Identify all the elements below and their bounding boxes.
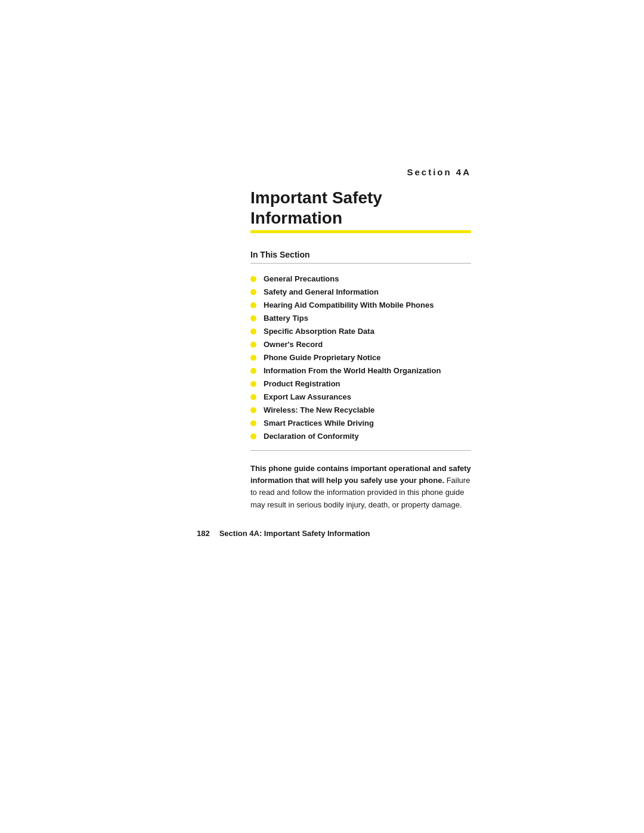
page: Section 4A Important Safety Information … [0, 0, 644, 833]
bullet-icon [250, 276, 256, 282]
bullet-icon [250, 394, 256, 400]
toc-item-label: Owner's Record [264, 340, 323, 349]
bullet-icon [250, 407, 256, 413]
toc-item-label: Information From the World Health Organi… [264, 366, 441, 375]
toc-item: Specific Absorption Rate Data [250, 327, 471, 336]
description-bold: This phone guide contains important oper… [250, 464, 471, 485]
bullet-icon [250, 381, 256, 387]
toc-item-label: Safety and General Information [264, 287, 379, 296]
in-this-section-header: In This Section [250, 250, 471, 259]
toc-list: General PrecautionsSafety and General In… [250, 274, 471, 441]
toc-item: Hearing Aid Compatibility With Mobile Ph… [250, 301, 471, 309]
bullet-icon [250, 289, 256, 295]
toc-item-label: Product Registration [264, 379, 340, 388]
bullet-icon [250, 302, 256, 308]
page-footer: 182 Section 4A: Important Safety Informa… [0, 529, 644, 538]
bullet-icon [250, 342, 256, 348]
toc-item-label: Smart Practices While Driving [264, 419, 374, 428]
toc-item: Export Law Assurances [250, 392, 471, 401]
toc-item: Phone Guide Proprietary Notice [250, 353, 471, 362]
description-block: This phone guide contains important oper… [250, 463, 471, 511]
toc-item: Product Registration [250, 379, 471, 388]
section-label: Section 4A [250, 167, 471, 177]
page-number: 182 [197, 529, 210, 538]
bullet-icon [250, 329, 256, 335]
toc-item-label: Export Law Assurances [264, 392, 351, 401]
bullet-icon [250, 315, 256, 321]
section-divider-top [250, 263, 471, 264]
toc-item: Safety and General Information [250, 287, 471, 296]
bullet-icon [250, 355, 256, 361]
page-title: Important Safety Information [250, 188, 471, 228]
title-underline [250, 230, 471, 233]
toc-item: Wireless: The New Recyclable [250, 405, 471, 414]
section-divider-bottom [250, 450, 471, 451]
bullet-icon [250, 420, 256, 426]
bullet-icon [250, 433, 256, 439]
toc-item: Owner's Record [250, 340, 471, 349]
toc-item-label: Phone Guide Proprietary Notice [264, 353, 381, 362]
toc-item-label: Battery Tips [264, 314, 308, 323]
section-label-text: Section 4A [407, 167, 471, 177]
toc-item-label: Wireless: The New Recyclable [264, 405, 374, 414]
toc-item-label: Declaration of Conformity [264, 432, 359, 441]
toc-item: Declaration of Conformity [250, 432, 471, 441]
toc-item: Smart Practices While Driving [250, 419, 471, 428]
content-area: Section 4A Important Safety Information … [54, 0, 590, 511]
toc-item-label: Specific Absorption Rate Data [264, 327, 374, 336]
bullet-icon [250, 368, 256, 374]
toc-item: Information From the World Health Organi… [250, 366, 471, 375]
toc-item-label: General Precautions [264, 274, 339, 283]
toc-item: Battery Tips [250, 314, 471, 323]
footer-text: Section 4A: Important Safety Information [219, 529, 370, 538]
toc-item-label: Hearing Aid Compatibility With Mobile Ph… [264, 301, 434, 309]
toc-item: General Precautions [250, 274, 471, 283]
